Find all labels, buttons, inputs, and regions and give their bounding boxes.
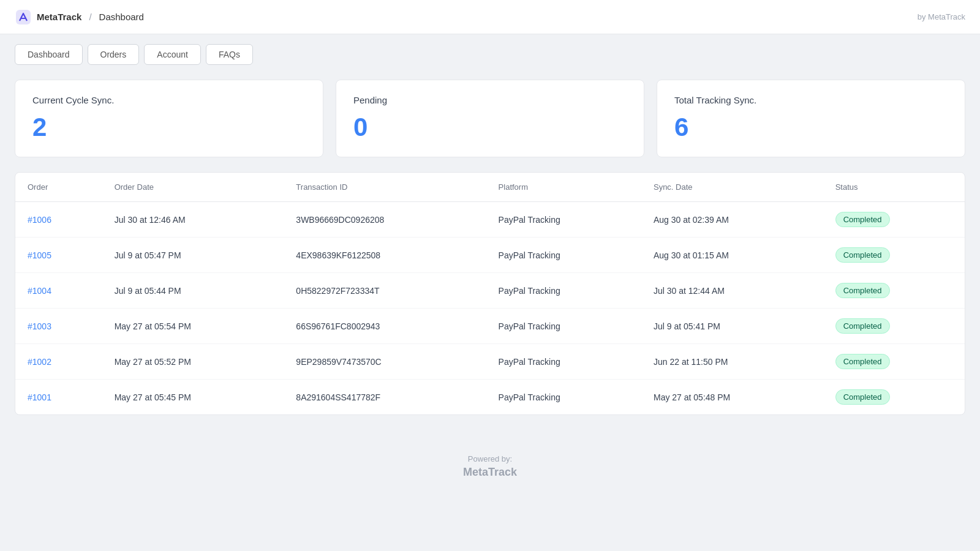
- cell-order-4[interactable]: #1002: [15, 344, 102, 380]
- cell-transaction-id-5: 8A291604SS417782F: [284, 380, 486, 415]
- svg-rect-0: [16, 10, 31, 24]
- order-link-0[interactable]: #1006: [28, 215, 51, 225]
- order-link-2[interactable]: #1004: [28, 286, 51, 296]
- table-body: #1006 Jul 30 at 12:46 AM 3WB96669DC09262…: [15, 202, 965, 415]
- cell-status-4: Completed: [823, 344, 965, 380]
- cell-status-0: Completed: [823, 202, 965, 238]
- cell-status-2: Completed: [823, 273, 965, 309]
- footer-brand: MetaTrack: [0, 466, 980, 479]
- cell-sync-date-2: Jul 30 at 12:44 AM: [641, 273, 823, 309]
- cell-order-date-2: Jul 9 at 05:44 PM: [102, 273, 284, 309]
- order-link-3[interactable]: #1003: [28, 321, 51, 331]
- stat-value-current-cycle: 2: [32, 113, 306, 142]
- stat-value-pending: 0: [353, 113, 627, 142]
- logo-icon: [15, 9, 32, 26]
- cell-sync-date-4: Jun 22 at 11:50 PM: [641, 344, 823, 380]
- cell-order-date-1: Jul 9 at 05:47 PM: [102, 238, 284, 273]
- header: MetaTrack / Dashboard by MetaTrack: [0, 0, 980, 34]
- col-platform: Platform: [486, 173, 641, 202]
- cell-sync-date-3: Jul 9 at 05:41 PM: [641, 309, 823, 344]
- cell-platform-3: PayPal Tracking: [486, 309, 641, 344]
- nav-dashboard[interactable]: Dashboard: [15, 44, 83, 65]
- orders-table-container: Order Order Date Transaction ID Platform…: [15, 172, 965, 415]
- breadcrumb-separator: /: [89, 12, 91, 22]
- cell-order-5[interactable]: #1001: [15, 380, 102, 415]
- header-left: MetaTrack / Dashboard: [15, 9, 144, 26]
- status-badge-0: Completed: [835, 212, 890, 227]
- cell-order-date-5: May 27 at 05:45 PM: [102, 380, 284, 415]
- cell-sync-date-1: Aug 30 at 01:15 AM: [641, 238, 823, 273]
- status-badge-5: Completed: [835, 389, 890, 405]
- order-link-4[interactable]: #1002: [28, 357, 51, 367]
- nav-faqs[interactable]: FAQs: [206, 44, 253, 65]
- cell-platform-4: PayPal Tracking: [486, 344, 641, 380]
- cell-order-1[interactable]: #1005: [15, 238, 102, 273]
- col-status: Status: [823, 173, 965, 202]
- stat-label-pending: Pending: [353, 95, 627, 105]
- order-link-5[interactable]: #1001: [28, 392, 51, 402]
- stats-row: Current Cycle Sync. 2 Pending 0 Total Tr…: [15, 80, 965, 157]
- col-transaction-id: Transaction ID: [284, 173, 486, 202]
- cell-platform-0: PayPal Tracking: [486, 202, 641, 238]
- breadcrumb-page: Dashboard: [99, 12, 144, 22]
- cell-sync-date-5: May 27 at 05:48 PM: [641, 380, 823, 415]
- status-badge-3: Completed: [835, 318, 890, 334]
- stat-card-total-tracking: Total Tracking Sync. 6: [657, 80, 965, 157]
- table-header: Order Order Date Transaction ID Platform…: [15, 173, 965, 202]
- stat-label-total-tracking: Total Tracking Sync.: [674, 95, 948, 105]
- stat-card-current-cycle: Current Cycle Sync. 2: [15, 80, 323, 157]
- status-badge-4: Completed: [835, 354, 890, 369]
- cell-platform-1: PayPal Tracking: [486, 238, 641, 273]
- cell-transaction-id-2: 0H5822972F723334T: [284, 273, 486, 309]
- cell-transaction-id-4: 9EP29859V7473570C: [284, 344, 486, 380]
- footer: Powered by: MetaTrack: [0, 430, 980, 491]
- cell-status-3: Completed: [823, 309, 965, 344]
- table-row: #1003 May 27 at 05:54 PM 66S96761FC80029…: [15, 309, 965, 344]
- cell-status-5: Completed: [823, 380, 965, 415]
- cell-transaction-id-0: 3WB96669DC0926208: [284, 202, 486, 238]
- order-link-1[interactable]: #1005: [28, 250, 51, 260]
- nav-bar: Dashboard Orders Account FAQs: [0, 34, 980, 65]
- cell-transaction-id-3: 66S96761FC8002943: [284, 309, 486, 344]
- status-badge-2: Completed: [835, 283, 890, 298]
- cell-order-0[interactable]: #1006: [15, 202, 102, 238]
- cell-order-2[interactable]: #1004: [15, 273, 102, 309]
- table-row: #1006 Jul 30 at 12:46 AM 3WB96669DC09262…: [15, 202, 965, 238]
- cell-order-date-3: May 27 at 05:54 PM: [102, 309, 284, 344]
- cell-transaction-id-1: 4EX98639KF6122508: [284, 238, 486, 273]
- col-sync-date: Sync. Date: [641, 173, 823, 202]
- cell-order-3[interactable]: #1003: [15, 309, 102, 344]
- cell-sync-date-0: Aug 30 at 02:39 AM: [641, 202, 823, 238]
- table-header-row: Order Order Date Transaction ID Platform…: [15, 173, 965, 202]
- cell-platform-2: PayPal Tracking: [486, 273, 641, 309]
- table-row: #1005 Jul 9 at 05:47 PM 4EX98639KF612250…: [15, 238, 965, 273]
- main-content: Current Cycle Sync. 2 Pending 0 Total Tr…: [0, 65, 980, 430]
- brand-name: MetaTrack: [37, 12, 81, 22]
- col-order: Order: [15, 173, 102, 202]
- table-row: #1001 May 27 at 05:45 PM 8A291604SS41778…: [15, 380, 965, 415]
- nav-orders[interactable]: Orders: [88, 44, 140, 65]
- stat-label-current-cycle: Current Cycle Sync.: [32, 95, 306, 105]
- status-badge-1: Completed: [835, 247, 890, 263]
- table-row: #1002 May 27 at 05:52 PM 9EP29859V747357…: [15, 344, 965, 380]
- col-order-date: Order Date: [102, 173, 284, 202]
- cell-order-date-0: Jul 30 at 12:46 AM: [102, 202, 284, 238]
- cell-order-date-4: May 27 at 05:52 PM: [102, 344, 284, 380]
- cell-platform-5: PayPal Tracking: [486, 380, 641, 415]
- orders-table: Order Order Date Transaction ID Platform…: [15, 173, 965, 414]
- table-row: #1004 Jul 9 at 05:44 PM 0H5822972F723334…: [15, 273, 965, 309]
- cell-status-1: Completed: [823, 238, 965, 273]
- stat-value-total-tracking: 6: [674, 113, 948, 142]
- stat-card-pending: Pending 0: [336, 80, 644, 157]
- powered-by-text: Powered by:: [0, 454, 980, 463]
- nav-account[interactable]: Account: [144, 44, 201, 65]
- header-by: by MetaTrack: [918, 12, 965, 21]
